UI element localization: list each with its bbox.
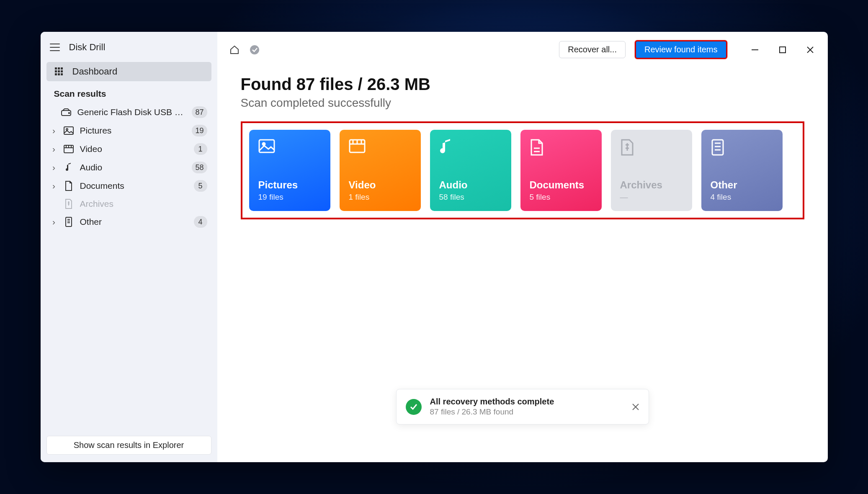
- review-found-items-button[interactable]: Review found items: [635, 40, 727, 59]
- svg-rect-4: [58, 70, 60, 72]
- sidebar-item-pictures[interactable]: › Pictures 19: [46, 121, 211, 140]
- drive-icon: [61, 107, 72, 118]
- sidebar: Disk Drill Dashboard Scan results Generi…: [41, 32, 217, 462]
- svg-rect-6: [55, 73, 57, 75]
- sidebar-item-audio[interactable]: › Audio 58: [46, 158, 211, 177]
- card-audio[interactable]: Audio 58 files: [430, 130, 511, 211]
- sidebar-device-label: Generic Flash Disk USB D...: [77, 107, 186, 117]
- menu-icon[interactable]: [50, 44, 60, 51]
- document-icon: [530, 139, 546, 156]
- archive-icon: [63, 198, 74, 209]
- sidebar-item-label: Archives: [80, 199, 207, 209]
- toast-sub: 87 files / 26.3 MB found: [430, 407, 623, 417]
- toast-body: All recovery methods complete 87 files /…: [430, 397, 623, 417]
- card-sub: 19 files: [258, 193, 321, 202]
- main-panel: Recover all... Review found items Found …: [217, 32, 828, 462]
- card-pictures[interactable]: Pictures 19 files: [249, 130, 330, 211]
- svg-rect-1: [58, 67, 60, 69]
- card-title: Audio: [439, 179, 502, 191]
- card-documents[interactable]: Documents 5 files: [520, 130, 602, 211]
- svg-point-31: [263, 143, 265, 145]
- chevron-right-icon: ›: [51, 126, 57, 136]
- card-title: Archives: [620, 179, 683, 191]
- chevron-right-icon: ›: [51, 181, 57, 191]
- count-badge: 58: [192, 162, 207, 173]
- card-sub: —: [620, 193, 683, 202]
- count-badge: 1: [194, 143, 207, 155]
- sidebar-item-label: Pictures: [80, 126, 186, 136]
- film-icon: [63, 144, 74, 154]
- sidebar-item-video[interactable]: › Video 1: [46, 140, 211, 158]
- svg-rect-5: [61, 70, 63, 72]
- card-sub: 4 files: [711, 193, 773, 202]
- svg-rect-30: [259, 140, 274, 152]
- music-note-icon: [439, 139, 456, 156]
- card-sub: 5 files: [530, 193, 592, 202]
- app-title: Disk Drill: [69, 42, 106, 53]
- chevron-right-icon: ›: [51, 162, 57, 172]
- recover-all-button[interactable]: Recover all...: [559, 41, 626, 58]
- card-title: Documents: [530, 179, 592, 191]
- sidebar-item-label: Audio: [80, 162, 186, 172]
- svg-rect-3: [55, 70, 57, 72]
- minimize-button[interactable]: [749, 44, 761, 56]
- sidebar-device-badge: 87: [192, 106, 207, 118]
- svg-rect-27: [780, 47, 786, 53]
- image-icon: [63, 125, 74, 136]
- sidebar-header: Disk Drill: [46, 38, 211, 62]
- card-title: Pictures: [258, 179, 321, 191]
- card-other[interactable]: Other 4 files: [701, 130, 783, 211]
- file-icon: [63, 216, 74, 227]
- chevron-right-icon: ›: [51, 217, 57, 227]
- window-controls: [749, 44, 816, 56]
- checkmark-icon: [406, 399, 422, 415]
- image-icon: [258, 139, 275, 156]
- sidebar-item-other[interactable]: › Other 4: [46, 213, 211, 231]
- document-icon: [63, 180, 74, 191]
- svg-rect-11: [64, 127, 73, 134]
- grid-icon: [54, 67, 64, 77]
- count-badge: 4: [194, 216, 207, 228]
- scan-results-heading: Scan results: [46, 81, 211, 103]
- nav-dashboard-label: Dashboard: [72, 66, 118, 77]
- results-headline: Found 87 files / 26.3 MB: [241, 75, 804, 94]
- svg-rect-26: [752, 49, 758, 50]
- results-subline: Scan completed successfully: [241, 96, 804, 110]
- completion-toast: All recovery methods complete 87 files /…: [396, 389, 649, 425]
- svg-point-25: [250, 45, 259, 54]
- show-in-explorer-button[interactable]: Show scan results in Explorer: [46, 436, 211, 455]
- svg-rect-8: [61, 73, 63, 75]
- film-icon: [349, 139, 366, 156]
- chevron-right-icon: ›: [51, 144, 57, 154]
- sidebar-item-archives: Archives: [46, 195, 211, 213]
- count-badge: 5: [194, 180, 207, 192]
- svg-rect-2: [61, 67, 63, 69]
- home-icon[interactable]: [229, 44, 240, 55]
- file-icon: [711, 139, 727, 156]
- sidebar-item-documents[interactable]: › Documents 5: [46, 177, 211, 195]
- archive-icon: [620, 139, 637, 156]
- card-video[interactable]: Video 1 files: [340, 130, 421, 211]
- count-badge: 19: [192, 125, 207, 136]
- toast-close-button[interactable]: [632, 403, 639, 411]
- category-cards: Pictures 19 files Video 1 files Audio 58…: [241, 121, 804, 219]
- content: Found 87 files / 26.3 MB Scan completed …: [217, 62, 828, 232]
- card-sub: 58 files: [439, 193, 502, 202]
- svg-rect-7: [58, 73, 60, 75]
- svg-rect-42: [712, 140, 723, 155]
- sidebar-item-label: Other: [80, 217, 188, 227]
- sidebar-item-label: Documents: [80, 181, 188, 191]
- sidebar-device[interactable]: Generic Flash Disk USB D... 87: [46, 103, 211, 121]
- svg-point-10: [68, 113, 69, 113]
- close-button[interactable]: [804, 44, 816, 56]
- verified-icon: [249, 44, 260, 55]
- card-title: Other: [711, 179, 773, 191]
- toast-title: All recovery methods complete: [430, 397, 623, 407]
- music-note-icon: [63, 162, 74, 173]
- svg-rect-0: [55, 67, 57, 69]
- svg-rect-21: [66, 217, 72, 226]
- maximize-button[interactable]: [777, 44, 788, 56]
- card-title: Video: [349, 179, 412, 191]
- nav-dashboard[interactable]: Dashboard: [46, 62, 211, 81]
- app-window: Disk Drill Dashboard Scan results Generi…: [41, 32, 828, 462]
